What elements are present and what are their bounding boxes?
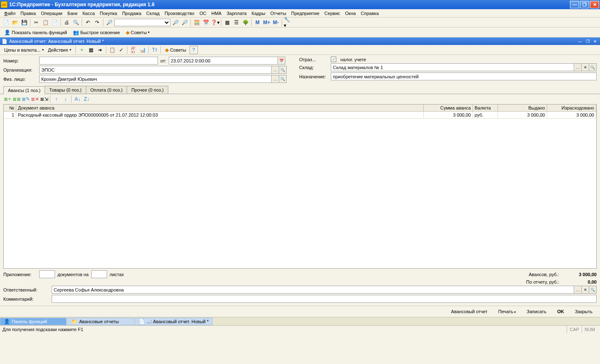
ok-button[interactable]: OK: [553, 308, 568, 315]
org-search-icon[interactable]: 🔍: [279, 66, 286, 73]
menu-purchase[interactable]: Покупка: [98, 10, 120, 17]
tab-payment[interactable]: Оплата (0 поз.): [86, 86, 127, 94]
grid-edit-icon[interactable]: ≣✎: [22, 95, 30, 103]
menu-os[interactable]: ОС: [197, 10, 209, 17]
close-button[interactable]: Закрыть: [571, 308, 597, 315]
quick-start-button[interactable]: 👥Быстрое освоение: [70, 28, 122, 37]
comment-input[interactable]: [52, 295, 597, 303]
open-icon[interactable]: 📂: [11, 18, 19, 27]
warehouse-select-icon[interactable]: …: [574, 64, 581, 71]
person-search-icon[interactable]: 🔍: [279, 75, 286, 82]
post-icon[interactable]: ✓: [117, 46, 125, 54]
grid-copy-icon[interactable]: ≣≣: [12, 95, 21, 103]
calendar-icon[interactable]: 📅: [202, 18, 210, 27]
undo-icon[interactable]: ↶: [84, 18, 92, 27]
actions-dropdown[interactable]: Действия: [45, 47, 74, 53]
go-icon[interactable]: ➜: [96, 46, 104, 54]
nav-icon[interactable]: ▦: [87, 46, 95, 54]
minimize-button[interactable]: —: [570, 1, 579, 8]
grid-col-issued[interactable]: Выдано: [498, 105, 547, 111]
docs-count-input[interactable]: [39, 270, 55, 278]
structure-icon[interactable]: Тт: [150, 46, 159, 54]
copy-icon[interactable]: 📋: [41, 18, 50, 27]
grid-col-document[interactable]: Документ аванса: [16, 105, 424, 111]
grid-col-sum[interactable]: Сумма аванса: [424, 105, 473, 111]
warehouse-search-icon[interactable]: 🔍: [589, 64, 596, 71]
maximize-button[interactable]: ❐: [580, 1, 589, 8]
task-current-doc[interactable]: 📄...: Авансовый отчет. Новый *: [135, 318, 212, 325]
dt-kt-icon[interactable]: ДтКт: [129, 46, 138, 54]
redo-icon[interactable]: ↷: [93, 18, 101, 27]
tax-checkbox[interactable]: ✓: [331, 57, 336, 62]
responsible-clear-icon[interactable]: ✕: [581, 286, 589, 293]
new-doc-icon[interactable]: 📄: [2, 18, 10, 27]
menu-salary[interactable]: Зарплата: [224, 10, 249, 17]
responsible-select-icon[interactable]: …: [574, 286, 581, 293]
show-panel-button[interactable]: 👤Показать панель функций: [2, 28, 70, 37]
task-expense-reports[interactable]: 📁Авансовые отчеты: [68, 318, 134, 325]
m-minus-button[interactable]: M-: [272, 18, 280, 27]
grid-sort-asc-icon[interactable]: A↓: [73, 95, 82, 103]
m-button[interactable]: M: [253, 18, 262, 27]
purpose-input[interactable]: приобретение материальных ценностей: [331, 72, 597, 80]
warehouse-input[interactable]: Склад материалов № 1 … ✕ 🔍: [331, 63, 597, 71]
menu-bank[interactable]: Банк: [65, 10, 80, 17]
number-input[interactable]: [39, 57, 158, 65]
print-preview-icon[interactable]: 🔍: [72, 18, 80, 27]
find-prev-icon[interactable]: 🔎: [180, 18, 189, 27]
menu-nma[interactable]: НМА: [209, 10, 224, 17]
menu-warehouse[interactable]: Склад: [144, 10, 162, 17]
search-combo[interactable]: [114, 19, 170, 26]
org-input[interactable]: ЭПОС … 🔍: [39, 66, 287, 74]
date-input[interactable]: 23.07.2012 0:00:00 📅: [169, 57, 285, 65]
grid-sort-desc-icon[interactable]: Z↓: [82, 95, 91, 103]
print-icon[interactable]: 🖨: [62, 18, 71, 27]
grid-up-icon[interactable]: ↑: [52, 95, 60, 103]
grid-row[interactable]: 1 Расходный кассовый ордер ЭПО00000005 о…: [4, 112, 596, 119]
advances-grid[interactable]: № Документ аванса Сумма аванса Валюта Вы…: [3, 104, 597, 269]
grid-col-currency[interactable]: Валюта: [473, 105, 498, 111]
menu-staff[interactable]: Кадры: [249, 10, 268, 17]
menu-reports[interactable]: Отчеты: [268, 10, 289, 17]
warehouse-clear-icon[interactable]: ✕: [581, 64, 589, 71]
menu-enterprise[interactable]: Предприятие: [289, 10, 322, 17]
menu-production[interactable]: Производство: [162, 10, 197, 17]
grid-icon[interactable]: ▦: [223, 18, 231, 27]
m-plus-button[interactable]: M+: [262, 18, 271, 27]
report-icon[interactable]: 📊: [138, 46, 147, 54]
doc-tips-button[interactable]: ◆Советы: [162, 46, 188, 54]
prices-currency-button[interactable]: Цены и валюта...: [2, 47, 45, 53]
tips-button[interactable]: ◆Советы▾: [123, 28, 152, 37]
menu-service[interactable]: Сервис: [322, 10, 343, 17]
grid-col-spent[interactable]: Израсходовано: [547, 105, 596, 111]
menu-edit[interactable]: Правка: [18, 10, 38, 17]
menu-help[interactable]: Справка: [358, 10, 381, 17]
person-select-icon[interactable]: …: [271, 75, 279, 82]
org-select-icon[interactable]: …: [271, 66, 279, 73]
menu-cash[interactable]: Касса: [80, 10, 98, 17]
grid-end-icon[interactable]: ≣⇲: [40, 95, 48, 103]
calendar-picker-icon[interactable]: 📅: [278, 57, 285, 64]
menu-windows[interactable]: Окна: [342, 10, 358, 17]
find-next-icon[interactable]: 🔎: [171, 18, 180, 27]
menu-sale[interactable]: Продажа: [120, 10, 144, 17]
responsible-search-icon[interactable]: 🔍: [589, 286, 596, 293]
add-icon[interactable]: +: [78, 46, 86, 54]
menu-file[interactable]: Файл: [2, 10, 18, 17]
calc-icon[interactable]: 🧮: [192, 18, 201, 27]
sheets-count-input[interactable]: [91, 270, 107, 278]
help-icon[interactable]: ?: [190, 46, 198, 54]
task-function-panel[interactable]: 👤Панель функций: [0, 318, 67, 325]
grid-delete-icon[interactable]: ≣✕: [31, 95, 39, 103]
close-button[interactable]: ✕: [590, 1, 599, 8]
tab-goods[interactable]: Товары (0 поз.): [45, 86, 86, 94]
print-button[interactable]: Печать: [494, 308, 520, 315]
doc-minimize-button[interactable]: —: [577, 38, 583, 44]
tab-other[interactable]: Прочее (0 поз.): [127, 86, 168, 94]
settings-icon[interactable]: 🔧▾: [284, 18, 292, 27]
save-button[interactable]: Записать: [522, 308, 550, 315]
grid-down-icon[interactable]: ↓: [61, 95, 70, 103]
tab-advances[interactable]: Авансы (1 поз.): [3, 86, 45, 94]
doc-restore-button[interactable]: ❐: [584, 38, 591, 44]
help-dd-icon[interactable]: ❓▾: [211, 18, 219, 27]
